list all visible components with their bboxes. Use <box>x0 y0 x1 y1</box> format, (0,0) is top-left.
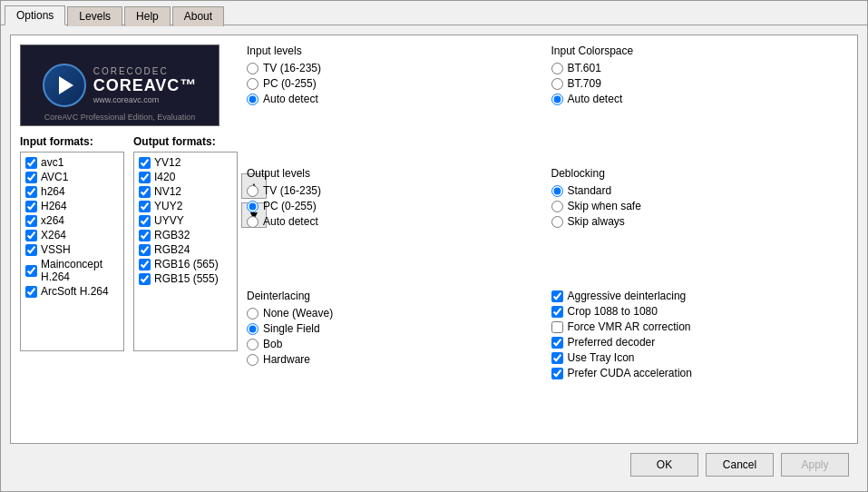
deinterlacing-bob-radio[interactable] <box>247 339 258 350</box>
crop-1088-checkbox[interactable] <box>551 306 563 318</box>
input-format-AVC1-checkbox[interactable] <box>25 172 37 183</box>
input-format-VSSH-checkbox[interactable] <box>25 244 37 256</box>
preferred-decoder-checkbox[interactable] <box>551 337 563 349</box>
cancel-button[interactable]: Cancel <box>706 453 774 477</box>
tab-levels[interactable]: Levels <box>67 6 122 26</box>
input-levels-group: Input levels TV (16-235) PC (0-255) Auto… <box>247 44 544 160</box>
list-item: Auto detect <box>551 93 849 105</box>
input-levels-auto-label: Auto detect <box>263 93 318 105</box>
list-item: RGB32 <box>137 228 234 242</box>
input-format-arcsoft-checkbox[interactable] <box>25 286 37 298</box>
output-levels-pc-radio[interactable] <box>247 201 258 212</box>
tab-about[interactable]: About <box>172 6 224 26</box>
input-format-mainconcept-checkbox[interactable] <box>25 265 37 277</box>
aggressive-deinterlacing-checkbox[interactable] <box>551 290 563 302</box>
input-format-H264-checkbox[interactable] <box>25 201 37 212</box>
list-item: NV12 <box>137 184 234 199</box>
list-item: YUY2 <box>137 199 234 213</box>
deblocking-skip-always-radio[interactable] <box>551 216 563 228</box>
formats-row: Input formats: avc1 AVC1 <box>20 135 238 351</box>
extra-checkboxes-group: Aggressive deinterlacing Crop 1088 to 10… <box>551 290 849 434</box>
input-formats-list: avc1 AVC1 h264 <box>20 152 124 351</box>
input-levels-pc-radio[interactable] <box>247 78 258 90</box>
output-format-YV12-label: YV12 <box>154 156 180 169</box>
deinterlacing-hardware-label: Hardware <box>263 353 310 366</box>
deblocking-standard-radio[interactable] <box>551 185 563 197</box>
deinterlacing-none-radio[interactable] <box>247 308 258 320</box>
input-format-VSSH-label: VSSH <box>41 243 71 256</box>
input-format-mainconcept-label: Mainconcept H.264 <box>41 258 119 283</box>
output-format-UYVY-label: UYVY <box>154 214 184 227</box>
output-levels-tv-radio[interactable] <box>247 185 258 197</box>
input-levels-title: Input levels <box>247 44 544 57</box>
list-item: PC (0-255) <box>247 77 544 90</box>
deinterlacing-single-radio[interactable] <box>247 323 258 335</box>
list-item: Hardware <box>247 353 544 366</box>
input-formats-group: Input formats: avc1 AVC1 <box>20 135 124 351</box>
colorspace-bt709-label: BT.709 <box>568 77 601 90</box>
main-panel: CORECODEC COREAVC™ www.coreavc.com CoreA… <box>10 34 858 444</box>
output-format-RGB16-checkbox[interactable] <box>139 259 151 271</box>
input-format-x264-checkbox[interactable] <box>25 215 37 227</box>
output-format-NV12-checkbox[interactable] <box>139 186 151 198</box>
deblocking-skip-safe-label: Skip when safe <box>568 200 641 212</box>
output-format-I420-checkbox[interactable] <box>139 172 151 183</box>
output-levels-pc-label: PC (0-255) <box>263 200 317 212</box>
output-format-YUY2-label: YUY2 <box>154 200 182 212</box>
input-format-x264-label: x264 <box>41 214 64 227</box>
right-panel: Input levels TV (16-235) PC (0-255) Auto… <box>247 44 848 434</box>
input-format-X264-checkbox[interactable] <box>25 230 37 241</box>
list-item: AVC1 <box>24 170 121 184</box>
apply-button[interactable]: Apply <box>781 453 849 477</box>
input-format-h264-checkbox[interactable] <box>25 186 37 198</box>
input-colorspace-group: Input Colorspace BT.601 BT.709 Auto dete… <box>551 44 849 160</box>
list-item: Single Field <box>247 322 544 335</box>
deinterlacing-group: Deinterlacing None (Weave) Single Field … <box>247 290 544 434</box>
output-format-RGB24-checkbox[interactable] <box>139 244 151 256</box>
use-tray-icon-checkbox[interactable] <box>551 352 563 364</box>
input-levels-pc-label: PC (0-255) <box>263 77 317 90</box>
colorspace-bt601-radio[interactable] <box>551 63 563 74</box>
input-levels-auto-radio[interactable] <box>247 93 258 105</box>
logo-brand: CORECODEC COREAVC™ www.coreavc.com <box>93 66 198 104</box>
input-levels-tv-radio[interactable] <box>247 63 258 74</box>
list-item: avc1 <box>24 155 121 170</box>
tab-help[interactable]: Help <box>124 6 171 26</box>
preferred-decoder-label: Preferred decoder <box>568 336 656 349</box>
output-format-UYVY-checkbox[interactable] <box>139 215 151 227</box>
list-item: Bob <box>247 338 544 350</box>
list-item: Mainconcept H.264 <box>24 257 121 284</box>
main-window: Options Levels Help About CORECODEC CORE… <box>0 0 868 492</box>
list-item: Skip always <box>551 215 849 228</box>
output-levels-title: Output levels <box>247 167 544 180</box>
options-grid: Input levels TV (16-235) PC (0-255) Auto… <box>247 44 848 434</box>
input-format-h264-label: h264 <box>41 185 65 198</box>
bottom-bar: OK Cancel Apply <box>10 444 858 482</box>
deblocking-skip-always-label: Skip always <box>568 215 625 228</box>
force-vmr-checkbox[interactable] <box>551 321 563 333</box>
prefer-cuda-checkbox[interactable] <box>551 368 563 379</box>
output-format-RGB32-checkbox[interactable] <box>139 230 151 241</box>
output-format-NV12-label: NV12 <box>154 185 181 198</box>
output-format-YV12-checkbox[interactable] <box>139 157 151 169</box>
colorspace-auto-radio[interactable] <box>551 93 563 105</box>
play-icon <box>59 76 73 94</box>
output-levels-auto-radio[interactable] <box>247 216 258 228</box>
list-item: UYVY <box>137 213 234 228</box>
prefer-cuda-label: Prefer CUDA acceleration <box>568 367 692 379</box>
deblocking-group: Deblocking Standard Skip when safe Skip … <box>551 167 849 282</box>
list-item: Skip when safe <box>551 200 849 212</box>
deblocking-skip-safe-radio[interactable] <box>551 201 563 212</box>
list-item: Auto detect <box>247 215 544 228</box>
list-item: PC (0-255) <box>247 200 544 212</box>
tab-bar: Options Levels Help About <box>1 1 867 25</box>
input-format-avc1-checkbox[interactable] <box>25 157 37 169</box>
output-format-YUY2-checkbox[interactable] <box>139 201 151 212</box>
colorspace-bt709-radio[interactable] <box>551 78 563 90</box>
tab-options[interactable]: Options <box>5 5 65 25</box>
deinterlacing-hardware-radio[interactable] <box>247 354 258 366</box>
output-format-RGB15-checkbox[interactable] <box>139 273 151 285</box>
output-format-RGB32-label: RGB32 <box>154 229 190 241</box>
ok-button[interactable]: OK <box>630 453 698 477</box>
output-format-RGB24-label: RGB24 <box>154 243 190 256</box>
